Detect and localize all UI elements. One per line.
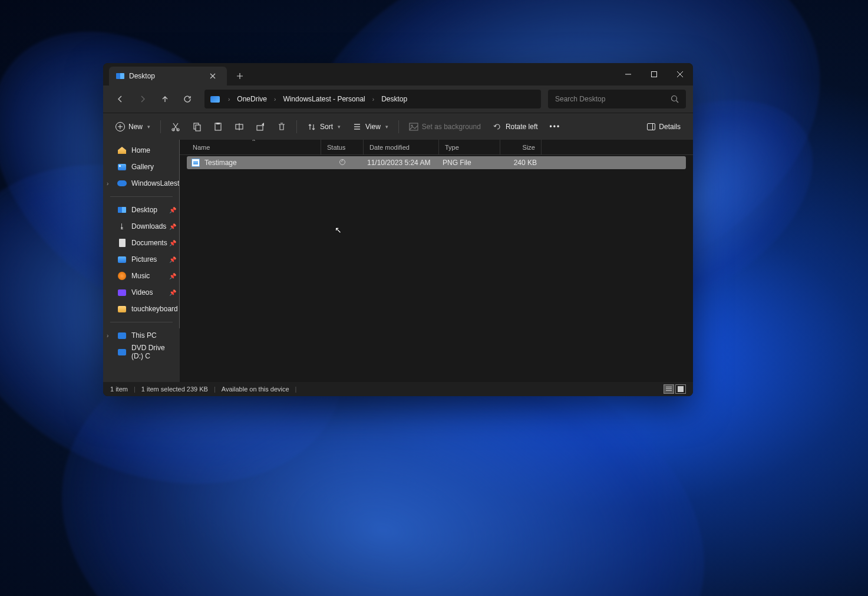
pictures-icon <box>118 256 126 263</box>
sidebar-item-gallery[interactable]: Gallery <box>103 159 180 175</box>
more-icon: ••• <box>550 123 561 131</box>
cut-icon <box>171 122 180 131</box>
up-button[interactable] <box>155 89 175 109</box>
sidebar-item-thispc[interactable]: ›This PC <box>103 327 180 344</box>
chevron-right-icon[interactable]: › <box>107 332 108 339</box>
details-view-button[interactable] <box>664 384 674 394</box>
more-button[interactable]: ••• <box>544 117 566 136</box>
close-tab-button[interactable] <box>204 68 221 84</box>
file-explorer-window: Desktop › OneDrive › WindowsLatest - Per… <box>103 63 693 396</box>
sidebar-item-downloads[interactable]: ⭳Downloads📌 <box>103 218 180 235</box>
file-list[interactable]: Testimage 11/10/2023 5:24 AM PNG File 24… <box>180 155 693 382</box>
search-icon <box>671 95 679 103</box>
file-name: Testimage <box>204 159 237 167</box>
video-icon <box>118 289 126 296</box>
column-name[interactable]: Name^ <box>187 140 321 154</box>
breadcrumb-segment-onedrive[interactable]: OneDrive <box>236 95 268 103</box>
paste-button[interactable] <box>208 117 228 136</box>
sidebar-item-documents[interactable]: Documents📌 <box>103 235 180 251</box>
separator <box>110 196 173 197</box>
list-icon <box>666 387 672 391</box>
availability-status: Available on this device <box>222 386 289 393</box>
sidebar-label: Pictures <box>131 255 157 264</box>
sidebar-label: touchkeyboard <box>131 305 178 313</box>
sidebar-item-desktop[interactable]: Desktop📌 <box>103 202 180 218</box>
sidebar-label: Music <box>131 272 150 280</box>
column-size[interactable]: Size <box>500 140 542 154</box>
cut-button[interactable] <box>166 117 186 136</box>
searchbox[interactable] <box>548 90 686 108</box>
view-button[interactable]: View ▾ <box>347 117 394 136</box>
file-area: Name^ Status Date modified Type Size Tes… <box>180 140 693 382</box>
toolbar: New ▾ Sort ▾ View ▾ Set as background Ro… <box>103 113 693 140</box>
document-icon <box>119 239 126 247</box>
column-date[interactable]: Date modified <box>364 140 439 154</box>
file-row[interactable]: Testimage 11/10/2023 5:24 AM PNG File 24… <box>187 156 686 169</box>
back-button[interactable] <box>110 89 130 109</box>
share-icon <box>256 122 265 131</box>
svg-rect-5 <box>196 125 200 131</box>
share-button[interactable] <box>250 117 270 136</box>
search-input[interactable] <box>555 95 671 103</box>
maximize-button[interactable] <box>641 63 667 85</box>
pin-icon: 📌 <box>169 256 176 263</box>
refresh-button[interactable] <box>177 89 197 109</box>
set-background-label: Set as background <box>422 123 481 131</box>
tab-desktop[interactable]: Desktop <box>109 67 227 85</box>
pc-icon <box>118 332 126 339</box>
column-headers: Name^ Status Date modified Type Size <box>180 140 693 155</box>
navbar: › OneDrive › WindowsLatest - Personal › … <box>103 85 693 113</box>
pin-icon: 📌 <box>169 240 176 246</box>
sidebar-label: Videos <box>131 288 153 297</box>
pin-icon: 📌 <box>169 273 176 279</box>
arrow-up-icon <box>161 95 169 103</box>
separator: | <box>295 386 297 393</box>
chevron-down-icon: ▾ <box>338 124 341 130</box>
new-button[interactable]: New ▾ <box>110 117 156 136</box>
thumbnail-view-button[interactable] <box>675 384 686 394</box>
details-button[interactable]: Details <box>642 117 686 136</box>
paste-icon <box>213 122 223 131</box>
sidebar-item-touchkeyboard[interactable]: touchkeyboard <box>103 301 180 317</box>
breadcrumb-segment-desktop[interactable]: Desktop <box>380 95 408 103</box>
sidebar-item-pictures[interactable]: Pictures📌 <box>103 251 180 268</box>
set-background-button[interactable]: Set as background <box>404 117 486 136</box>
copy-button[interactable] <box>187 117 207 136</box>
file-date: 11/10/2023 5:24 AM <box>364 159 439 167</box>
window-controls <box>615 63 693 85</box>
sidebar-label: Documents <box>131 239 167 247</box>
rotate-button[interactable]: Rotate left <box>487 117 543 136</box>
dvd-icon <box>118 349 126 355</box>
sidebar-item-windowslatest[interactable]: ›WindowsLatest <box>103 175 180 192</box>
copy-icon <box>192 122 202 131</box>
sort-ascending-icon: ^ <box>252 140 255 144</box>
rotate-icon <box>493 122 502 131</box>
forward-button[interactable] <box>133 89 153 109</box>
file-size: 240 KB <box>500 159 540 167</box>
column-type[interactable]: Type <box>439 140 500 154</box>
refresh-icon <box>183 95 192 103</box>
breadcrumb[interactable]: › OneDrive › WindowsLatest - Personal › … <box>204 90 541 108</box>
column-status[interactable]: Status <box>321 140 364 154</box>
breadcrumb-segment-personal[interactable]: WindowsLatest - Personal <box>282 95 366 103</box>
sidebar-item-dvd[interactable]: DVD Drive (D:) C <box>103 344 180 360</box>
rename-button[interactable] <box>229 117 249 136</box>
chevron-right-icon[interactable]: › <box>107 180 108 187</box>
delete-button[interactable] <box>272 117 292 136</box>
home-icon <box>118 147 126 154</box>
svg-rect-9 <box>257 126 263 130</box>
cloud-icon <box>117 180 127 186</box>
new-tab-button[interactable] <box>232 68 248 84</box>
image-icon <box>409 122 418 131</box>
sidebar-resize-handle[interactable] <box>177 140 180 382</box>
minimize-button[interactable] <box>615 63 641 85</box>
sort-label: Sort <box>320 123 333 131</box>
close-window-button[interactable] <box>667 63 693 85</box>
separator <box>398 120 399 133</box>
sidebar-item-home[interactable]: Home <box>103 142 180 159</box>
plus-circle-icon <box>115 122 125 131</box>
separator <box>296 120 297 133</box>
sort-button[interactable]: Sort ▾ <box>302 117 346 136</box>
sidebar-item-music[interactable]: Music📌 <box>103 268 180 284</box>
sidebar-item-videos[interactable]: Videos📌 <box>103 284 180 301</box>
